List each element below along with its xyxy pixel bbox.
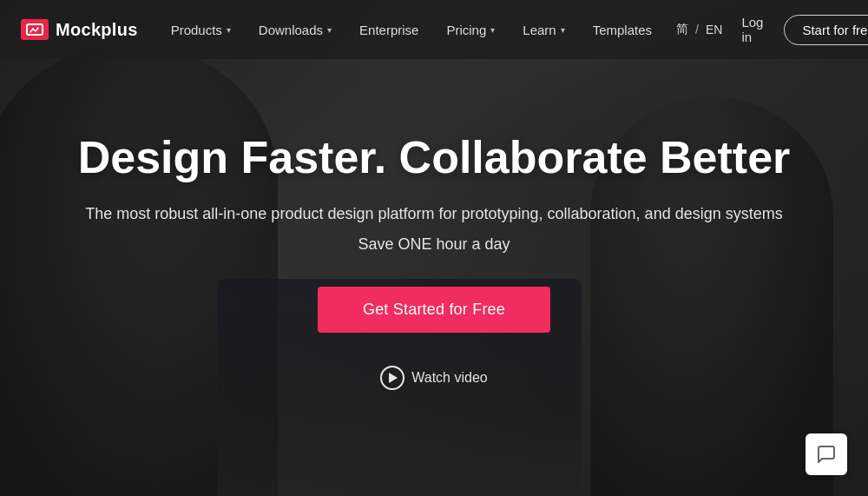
start-for-free-nav-button[interactable]: Start for free <box>784 15 868 45</box>
nav-enterprise[interactable]: Enterprise <box>347 16 431 44</box>
nav-templates[interactable]: Templates <box>581 16 664 44</box>
chevron-down-icon: ▾ <box>327 25 332 35</box>
chevron-down-icon: ▾ <box>561 25 565 35</box>
login-button[interactable]: Log in <box>731 8 773 51</box>
hero-content: Design Faster. Collaborate Better The mo… <box>43 132 825 390</box>
nav-downloads[interactable]: Downloads ▾ <box>247 16 344 44</box>
chevron-down-icon: ▾ <box>227 25 231 35</box>
play-icon <box>380 366 404 390</box>
chat-button[interactable] <box>806 433 847 475</box>
hero-section: Mockplus Products ▾ Downloads ▾ Enterpri… <box>0 0 868 496</box>
brand-name: Mockplus <box>56 20 138 40</box>
hero-tagline: Save ONE hour a day <box>78 235 791 254</box>
get-started-button[interactable]: Get Started for Free <box>318 287 550 333</box>
watch-video-label: Watch video <box>411 370 487 386</box>
nav-right: Log in Start for free <box>731 8 868 51</box>
nav-pricing[interactable]: Pricing ▾ <box>434 16 507 44</box>
nav-learn[interactable]: Learn ▾ <box>510 16 576 44</box>
hero-title: Design Faster. Collaborate Better <box>78 132 791 184</box>
chat-icon <box>816 444 837 465</box>
chevron-down-icon: ▾ <box>490 25 495 35</box>
play-triangle <box>389 373 398 383</box>
logo[interactable]: Mockplus <box>21 19 138 40</box>
nav-products[interactable]: Products ▾ <box>159 16 243 44</box>
nav-items: Products ▾ Downloads ▾ Enterprise Pricin… <box>159 15 732 44</box>
navbar: Mockplus Products ▾ Downloads ▾ Enterpri… <box>0 0 868 59</box>
lang-divider: / <box>692 23 702 36</box>
hero-subtitle: The most robust all-in-one product desig… <box>78 202 791 227</box>
language-selector[interactable]: 简 / EN <box>667 15 731 44</box>
watch-video-button[interactable]: Watch video <box>380 366 487 390</box>
logo-icon <box>21 19 49 40</box>
